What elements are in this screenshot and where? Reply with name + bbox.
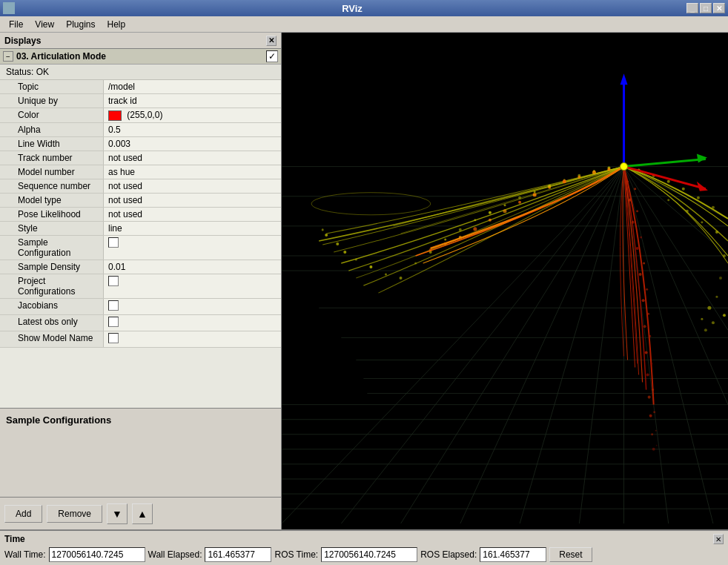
svg-point-79 (645, 351, 648, 354)
prop-label-project-configurations: Project Configurations (0, 274, 104, 298)
wall-time-input[interactable] (49, 547, 145, 562)
wall-elapsed-label: Wall Elapsed: (148, 549, 202, 560)
prop-project-configurations: Project Configurations (0, 274, 281, 299)
project-configurations-checkbox[interactable] (108, 276, 119, 286)
prop-label-show-model-name: Show Model Name (0, 331, 104, 347)
show-model-name-checkbox[interactable] (108, 333, 119, 343)
prop-value-pose-likelihood[interactable]: not used (104, 208, 281, 221)
svg-point-92 (650, 363, 652, 365)
menubar: File View Plugins Help (0, 16, 728, 33)
prop-alpha: Alpha 0.5 (0, 123, 281, 137)
add-button[interactable]: Add (4, 505, 42, 523)
close-button[interactable]: ✕ (713, 3, 725, 13)
sample-configuration-checkbox[interactable] (108, 237, 119, 248)
svg-point-84 (652, 448, 655, 451)
prop-value-style[interactable]: line (104, 222, 281, 235)
time-header: Time ✕ (4, 534, 724, 544)
prop-sample-configuration: Sample Configuration (0, 236, 281, 260)
svg-point-46 (503, 204, 506, 206)
svg-point-86 (636, 210, 638, 212)
svg-point-64 (723, 254, 726, 257)
prop-label-color: Color (0, 108, 104, 122)
jacobians-checkbox[interactable] (108, 300, 119, 311)
titlebar: RViz _ □ ✕ (0, 0, 728, 16)
svg-line-111 (624, 159, 706, 167)
collapse-button[interactable]: − (3, 51, 13, 62)
svg-line-17 (460, 167, 624, 524)
displays-scroll-area[interactable]: − 03. Articulation Mode ✓ Status: OK Top… (0, 49, 281, 408)
titlebar-controls: _ □ ✕ (686, 3, 728, 13)
svg-point-104 (503, 209, 506, 213)
svg-point-73 (629, 199, 632, 202)
svg-point-102 (533, 193, 537, 196)
wall-time-label: Wall Time: (4, 549, 46, 560)
prop-value-sequence-number[interactable]: not used (104, 179, 281, 193)
svg-point-32 (325, 234, 328, 237)
wall-elapsed-input[interactable] (205, 547, 271, 562)
prop-value-model-type[interactable]: not used (104, 194, 281, 207)
status-text: Status: OK (6, 67, 49, 77)
prop-label-latest-obs-only: Latest obs only (0, 315, 104, 331)
prop-label-style: Style (0, 222, 104, 235)
svg-point-36 (355, 259, 357, 261)
displays-close-button[interactable]: ✕ (266, 36, 277, 46)
move-up-button[interactable]: ▲ (132, 503, 153, 524)
svg-point-100 (563, 179, 566, 183)
reset-button[interactable]: Reset (549, 547, 592, 562)
svg-point-43 (459, 228, 462, 231)
prop-label-sequence-number: Sequence number (0, 179, 104, 193)
svg-point-33 (336, 242, 339, 245)
svg-point-59 (712, 206, 715, 209)
maximize-button[interactable]: □ (700, 3, 712, 13)
color-swatch[interactable] (108, 110, 122, 121)
prop-label-alpha: Alpha (0, 123, 104, 136)
titlebar-left (0, 2, 18, 14)
menu-view[interactable]: View (29, 18, 60, 31)
prop-unique-by: Unique by track id (0, 94, 281, 108)
prop-value-sample-density[interactable]: 0.01 (104, 260, 281, 274)
svg-point-74 (632, 221, 635, 224)
prop-label-sample-density: Sample Density (0, 260, 104, 274)
prop-value-track-number[interactable]: not used (104, 151, 281, 165)
remove-button[interactable]: Remove (47, 505, 102, 523)
svg-point-70 (701, 318, 703, 320)
menu-file[interactable]: File (3, 18, 29, 31)
left-panel: Displays ✕ − 03. Articulation Mode ✓ Sta… (0, 33, 282, 529)
prop-value-show-model-name (104, 331, 281, 347)
prop-value-topic[interactable]: /model (104, 80, 281, 93)
move-down-button[interactable]: ▼ (107, 503, 128, 524)
prop-style: Style line (0, 222, 281, 236)
prop-latest-obs-only: Latest obs only (0, 315, 281, 331)
time-title: Time (4, 534, 25, 544)
time-close-button[interactable]: ✕ (713, 534, 724, 544)
svg-point-89 (646, 288, 648, 291)
svg-point-63 (715, 231, 718, 234)
svg-line-14 (282, 167, 624, 524)
3d-viewport[interactable] (282, 33, 728, 529)
svg-point-93 (652, 389, 654, 391)
menu-plugins[interactable]: Plugins (60, 18, 101, 31)
svg-point-66 (715, 296, 718, 298)
svg-point-78 (643, 325, 646, 328)
prop-value-line-width[interactable]: 0.003 (104, 137, 281, 151)
svg-point-94 (653, 411, 655, 413)
svg-point-97 (607, 168, 610, 171)
prop-value-model-number[interactable]: as hue (104, 165, 281, 179)
display-enabled-checkbox[interactable]: ✓ (266, 50, 278, 62)
prop-value-color[interactable]: (255,0,0) (104, 108, 281, 122)
svg-point-83 (651, 433, 653, 435)
minimize-button[interactable]: _ (686, 3, 698, 13)
color-value: (255,0,0) (127, 110, 162, 120)
menu-help[interactable]: Help (102, 18, 132, 31)
ros-time-input[interactable] (321, 547, 417, 562)
svg-point-37 (369, 265, 372, 268)
svg-point-107 (459, 236, 462, 239)
latest-obs-only-checkbox[interactable] (108, 317, 119, 327)
svg-point-105 (489, 219, 492, 222)
rviz-icon (3, 2, 15, 14)
svg-point-68 (723, 314, 726, 317)
svg-point-98 (592, 171, 596, 174)
prop-value-alpha[interactable]: 0.5 (104, 123, 281, 136)
ros-elapsed-input[interactable] (480, 547, 546, 562)
prop-value-unique-by[interactable]: track id (104, 94, 281, 108)
